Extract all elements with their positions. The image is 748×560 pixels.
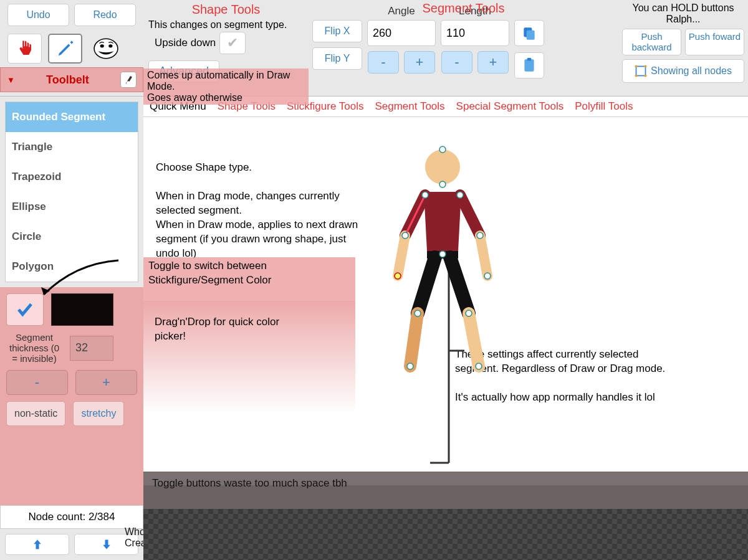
redo-button[interactable]: Redo (74, 4, 136, 26)
svg-rect-4 (527, 31, 535, 40)
shape-item-circle[interactable]: Circle (6, 222, 138, 252)
svg-point-25 (439, 181, 446, 187)
top-toolbar: Undo Redo ▼ Toolbelt Shape Tools This ch… (0, 0, 748, 97)
thickness-label: Segment thickness (0 = invisible) (6, 332, 62, 364)
push-backward-button[interactable]: Push backward (622, 29, 681, 55)
checker-background (143, 509, 748, 560)
svg-point-9 (644, 65, 646, 67)
qm-polyfill[interactable]: Polyfill Tools (575, 100, 633, 113)
flip-x-button[interactable]: Flip X (312, 20, 362, 42)
left-top-block: Undo Redo ▼ Toolbelt (0, 0, 143, 96)
paste-button[interactable] (514, 52, 544, 78)
shape-tools-title: Shape Tools (148, 2, 304, 17)
svg-line-19 (405, 195, 425, 235)
pink-overlay-drawmode: Comes up automatically in Draw Mode. Goe… (143, 69, 309, 105)
svg-point-27 (457, 192, 463, 198)
canvas[interactable]: Choose Shape type. When in Drag mode, ch… (143, 117, 748, 485)
svg-point-0 (94, 39, 118, 59)
svg-point-12 (425, 149, 460, 184)
svg-point-35 (407, 363, 413, 369)
annot-draw-mode: Comes up automatically in Draw Mode. Goe… (147, 70, 305, 103)
svg-line-18 (480, 235, 487, 276)
shape-item-ellipse[interactable]: Ellipse (6, 192, 138, 222)
push-panel: You can HOLD buttons Ralph... Push backw… (618, 0, 748, 96)
svg-point-26 (422, 192, 428, 198)
svg-line-20 (418, 257, 435, 313)
node-count-label: Node count: 2/384 (0, 505, 143, 529)
annot-toggle-waste: Toggle buttons waste too much space tbh (152, 477, 739, 491)
length-plus-button[interactable]: + (477, 51, 509, 74)
nodes-icon (635, 65, 647, 77)
svg-rect-6 (527, 58, 532, 60)
flip-y-button[interactable]: Flip Y (312, 47, 362, 70)
annot-choose-shape: Choose Shape type. When in Drag mode, ch… (156, 161, 362, 261)
draw-tool-button[interactable] (48, 34, 82, 64)
svg-point-8 (635, 65, 637, 67)
static-toggle[interactable]: non-static (6, 401, 65, 426)
qm-segment[interactable]: Segment Tools (375, 100, 444, 113)
angle-input[interactable] (367, 20, 436, 46)
hold-hint: You can HOLD buttons Ralph... (622, 2, 744, 25)
svg-point-34 (466, 310, 472, 316)
qm-special[interactable]: Special Segment Tools (456, 100, 564, 113)
svg-point-30 (395, 273, 401, 279)
thickness-plus-button[interactable]: + (75, 370, 137, 395)
brush-icon[interactable] (120, 72, 137, 88)
shape-tools-subtitle: This changes on segment type. (148, 19, 304, 31)
length-minus-button[interactable]: - (441, 51, 472, 74)
svg-point-36 (476, 363, 482, 369)
svg-point-11 (644, 74, 646, 77)
copy-button[interactable] (514, 20, 544, 46)
push-forward-button[interactable]: Push foward (685, 29, 744, 55)
toolbelt-row[interactable]: ▼ Toolbelt (0, 67, 143, 92)
troll-face-icon[interactable] (89, 34, 123, 64)
color-swatch[interactable] (51, 293, 113, 326)
shape-list: Rounded Segment Triangle Trapezoid Ellip… (5, 102, 138, 282)
svg-point-2 (108, 44, 112, 47)
svg-line-22 (450, 257, 469, 313)
shape-item-trapezoid[interactable]: Trapezoid (6, 162, 138, 192)
svg-line-23 (469, 313, 479, 366)
stickfigure[interactable] (380, 142, 505, 379)
svg-point-32 (439, 251, 446, 257)
svg-point-28 (402, 232, 408, 239)
segment-tools-panel: Segment Tools Flip X Flip Y Angle - + Le… (309, 0, 618, 96)
show-nodes-button[interactable]: Showing all nodes (622, 59, 744, 83)
shape-item-triangle[interactable]: Triangle (6, 132, 138, 162)
thickness-minus-button[interactable]: - (6, 370, 68, 395)
upside-down-label: Upside down (148, 37, 216, 49)
bottom-annot-bar: Toggle buttons waste too much space tbh (143, 472, 748, 509)
svg-line-16 (398, 235, 405, 276)
drag-tool-button[interactable] (7, 34, 42, 64)
angle-plus-button[interactable]: + (404, 51, 435, 74)
undo-button[interactable]: Undo (7, 4, 69, 26)
upside-down-checkbox[interactable]: ✔ (219, 32, 246, 54)
thickness-input[interactable] (70, 336, 113, 361)
svg-line-21 (410, 313, 418, 366)
shape-item-rounded[interactable]: Rounded Segment (6, 102, 138, 132)
annot-toggle-color: Toggle to switch between Stickfigure/Seg… (148, 259, 348, 288)
color-mode-toggle[interactable] (6, 293, 44, 326)
stretchy-toggle[interactable]: stretchy (73, 401, 124, 426)
show-nodes-label: Showing all nodes (651, 65, 732, 77)
svg-point-10 (635, 74, 637, 77)
shape-item-polygon[interactable]: Polygon (6, 252, 138, 282)
svg-point-33 (415, 310, 421, 316)
svg-point-29 (477, 232, 483, 239)
svg-rect-7 (636, 67, 646, 76)
triangle-down-icon: ▼ (7, 75, 15, 85)
svg-line-17 (460, 195, 480, 235)
svg-point-31 (484, 273, 491, 279)
segment-settings-panel: Segment thickness (0 = invisible) - + no… (0, 287, 143, 505)
length-input[interactable] (441, 20, 509, 46)
svg-point-1 (100, 44, 103, 47)
svg-rect-5 (524, 59, 534, 72)
toolbelt-label: Toolbelt (20, 74, 115, 87)
angle-minus-button[interactable]: - (368, 51, 399, 74)
canvas-area: Quick Menu Shape Tools Stickfigure Tools… (143, 97, 748, 560)
left-sidebar: Rounded Segment Triangle Trapezoid Ellip… (0, 97, 143, 560)
move-up-button[interactable] (5, 534, 69, 555)
svg-point-24 (439, 146, 446, 153)
annot-dragdrop: Drag'n'Drop for quick color picker! (155, 315, 310, 344)
segment-tools-title: Segment Tools (309, 1, 618, 16)
